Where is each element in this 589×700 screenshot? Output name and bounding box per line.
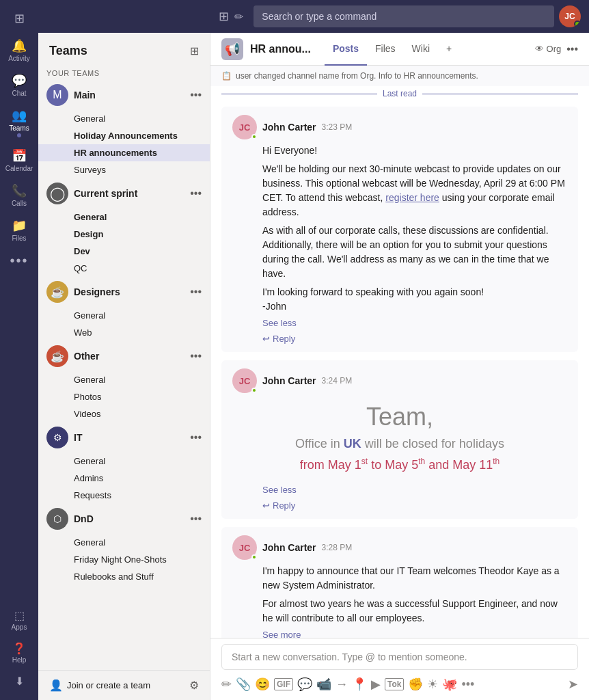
team-sprint-header[interactable]: ◯ Current sprint ••• [38, 178, 210, 208]
tab-files[interactable]: Files [367, 33, 404, 66]
channel-designers-general[interactable]: General [38, 307, 210, 324]
org-button[interactable]: 👁 Org [535, 44, 562, 54]
filter-icon[interactable]: ⊞ [190, 44, 199, 57]
msg-para-1-2: As with all of our corporate calls, thes… [262, 224, 567, 281]
compose-icon[interactable]: ✏ [234, 10, 243, 23]
team-main-icon: M [46, 84, 68, 106]
channel-sprint-design[interactable]: Design [38, 226, 210, 243]
channel-designers-web[interactable]: Web [38, 324, 210, 341]
teams-panel: Teams ⊞ Your teams M Main ••• General Ho… [38, 0, 210, 700]
tab-wiki[interactable]: Wiki [404, 33, 438, 66]
settings-icon[interactable]: ⚙ [189, 679, 199, 692]
nav-item-teams[interactable]: 👥 Teams [0, 103, 38, 143]
team-sprint-more-icon[interactable]: ••• [190, 187, 202, 200]
schedule-tool[interactable]: → [335, 677, 348, 692]
new-conversation-input[interactable]: Start a new conversation. Type @ to ment… [221, 644, 578, 670]
team-dnd-header[interactable]: ⬡ DnD ••• [38, 504, 210, 534]
team-it-more-icon[interactable]: ••• [190, 431, 202, 444]
team-designers-more-icon[interactable]: ••• [190, 286, 202, 298]
user-avatar[interactable]: JC [559, 5, 581, 27]
team-dnd-more-icon[interactable]: ••• [190, 513, 202, 525]
msg-para-1-3: I'm looking forward to speaking with you… [262, 285, 567, 299]
gif-tool[interactable]: GIF [274, 678, 293, 690]
channel-it-admins[interactable]: Admins [38, 470, 210, 487]
nav-item-chat[interactable]: 💬 Chat [0, 68, 38, 103]
last-read-line-right [422, 94, 578, 94]
team-other-more-icon[interactable]: ••• [190, 350, 202, 362]
nav-item-store[interactable]: ⬚ Apps [0, 604, 38, 636]
msg-para-3-1: For almost two years he was a successful… [262, 597, 567, 625]
team-it-name: IT [74, 432, 190, 443]
channel-hr-announcements[interactable]: HR announcements [38, 144, 210, 161]
channel-dnd-rulebooks[interactable]: Rulebooks and Stuff [38, 568, 210, 585]
user-initials: JC [564, 12, 575, 21]
format-tool[interactable]: ✏ [221, 677, 232, 692]
location-tool[interactable]: 📍 [352, 677, 367, 692]
team-other-header[interactable]: ☕ Other ••• [38, 341, 210, 371]
channel-dnd-general[interactable]: General [38, 534, 210, 551]
praise-tool[interactable]: ✊ [408, 677, 423, 692]
nav-item-calls[interactable]: 📞 Calls [0, 178, 38, 213]
nav-item-more[interactable]: ••• [0, 247, 38, 275]
join-team-label: Join or create a team [67, 680, 150, 690]
nav-item-download[interactable]: ⬇ [0, 669, 38, 695]
team-main-header[interactable]: M Main ••• [38, 80, 210, 110]
channel-it-general[interactable]: General [38, 453, 210, 470]
github-tool[interactable]: 🐙 [442, 677, 457, 692]
msg-reply-2[interactable]: ↩ Reply [232, 500, 567, 511]
emoji-tool[interactable]: 😊 [255, 677, 270, 692]
channel-sprint-general[interactable]: General [38, 208, 210, 226]
sticker-tool[interactable]: 💬 [297, 677, 312, 692]
channel-other-general[interactable]: General [38, 371, 210, 388]
msg-time-3: 3:28 PM [322, 543, 353, 552]
nav-item-help[interactable]: ❓ Help [0, 636, 38, 669]
channel-dnd-friday[interactable]: Friday Night One-Shots [38, 551, 210, 568]
join-team-button[interactable]: 👤 Join or create a team [49, 679, 150, 692]
channel-other-photos[interactable]: Photos [38, 388, 210, 405]
channel-other-videos[interactable]: Videos [38, 405, 210, 422]
download-icon: ⬇ [15, 675, 24, 688]
files-icon: 📁 [12, 218, 27, 233]
video-tool[interactable]: ▶ [371, 677, 381, 692]
team-designers: ☕ Designers ••• General Web [38, 277, 210, 341]
message-card-1: JC John Carter 3:23 PM Hi Everyone! We'l… [221, 107, 578, 352]
msg-see-less-1[interactable]: See less [232, 318, 567, 328]
channel-holiday-announcements[interactable]: Holiday Announcements [38, 127, 210, 144]
msg-see-more-3[interactable]: See more [232, 630, 567, 638]
nav-item-activity[interactable]: 🔔 Activity [0, 33, 38, 68]
team-main: M Main ••• General Holiday Announcements… [38, 80, 210, 178]
tab-posts[interactable]: Posts [325, 33, 367, 66]
tok-tool[interactable]: Tok [385, 678, 404, 690]
channel-sprint-qc[interactable]: QC [38, 260, 210, 277]
msg-reply-1[interactable]: ↩ Reply [232, 334, 567, 344]
top-bar-apps-icon[interactable]: ⊞ [219, 9, 229, 24]
team-dnd-name: DnD [74, 513, 190, 524]
meet-tool[interactable]: 📹 [316, 677, 331, 692]
search-bar[interactable]: Search or type a command [254, 5, 554, 27]
input-area: Start a new conversation. Type @ to ment… [210, 638, 589, 700]
nav-item-calendar[interactable]: 📅 Calendar [0, 143, 38, 178]
teams-list: M Main ••• General Holiday Announcements… [38, 80, 210, 670]
attach-tool[interactable]: 📎 [236, 677, 251, 692]
channel-it-requests[interactable]: Requests [38, 487, 210, 504]
msg-see-less-2[interactable]: See less [232, 485, 567, 495]
channel-main-general[interactable]: General [38, 110, 210, 127]
channel-sprint-dev[interactable]: Dev [38, 243, 210, 260]
team-designers-header[interactable]: ☕ Designers ••• [38, 277, 210, 307]
msg-body-3: I'm happy to announce that our IT Team w… [232, 564, 567, 625]
send-button[interactable]: ➤ [568, 677, 578, 692]
channel-more-icon[interactable]: ••• [566, 43, 578, 55]
tab-add[interactable]: + [438, 33, 460, 66]
nav-label-calls: Calls [12, 200, 27, 207]
nav-item-apps[interactable]: ⊞ [0, 5, 38, 33]
nav-item-files[interactable]: 📁 Files [0, 213, 38, 247]
register-here-link[interactable]: register here [385, 192, 439, 203]
team-it-header[interactable]: ⚙ IT ••• [38, 422, 210, 453]
info-icon: 📋 [221, 71, 232, 81]
channel-surveys[interactable]: Surveys [38, 161, 210, 178]
sun-tool[interactable]: ☀ [427, 677, 438, 692]
more-tools[interactable]: ••• [461, 677, 474, 692]
team-designers-name: Designers [74, 286, 190, 297]
team-main-more-icon[interactable]: ••• [190, 89, 202, 101]
teams-title: Teams [49, 44, 87, 58]
